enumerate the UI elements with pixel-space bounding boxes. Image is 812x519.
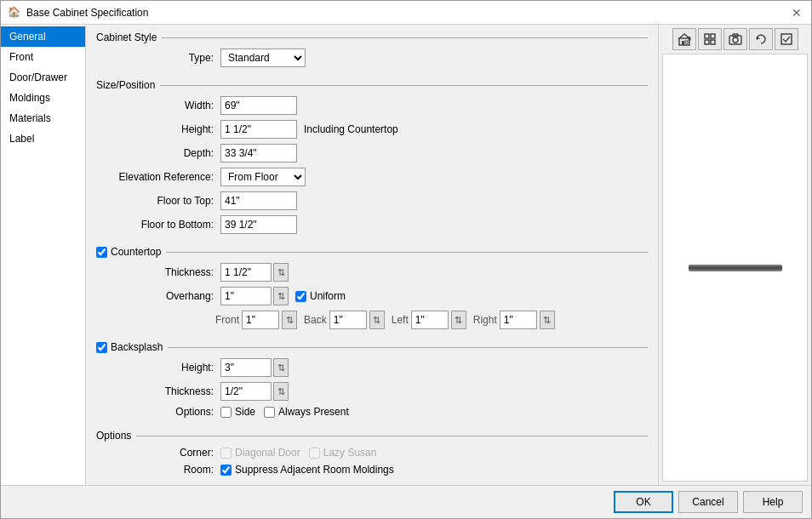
ct-right-label: Right xyxy=(473,314,497,326)
diagonal-door-toggle[interactable]: Diagonal Door xyxy=(220,447,300,459)
sidebar-item-general[interactable]: General xyxy=(1,26,85,47)
lazy-susan-toggle[interactable]: Lazy Susan xyxy=(309,447,377,459)
ct-front-group: Front ⇅ xyxy=(215,311,297,329)
window-icon: 🏠 xyxy=(8,6,21,20)
ct-back-input[interactable] xyxy=(329,311,367,329)
ct-front-input[interactable] xyxy=(242,311,279,329)
countertop-checkbox[interactable] xyxy=(96,247,107,258)
ct-front-label: Front xyxy=(215,314,239,326)
bs-always-present-toggle[interactable]: Always Present xyxy=(264,406,349,418)
suppress-checkbox[interactable] xyxy=(220,465,232,476)
ct-front-spin[interactable]: ⇅ xyxy=(282,311,297,329)
bs-height-label: Height: xyxy=(110,362,220,374)
countertop-title: Countertop xyxy=(96,246,648,258)
help-button[interactable]: Help xyxy=(743,491,803,513)
bs-thickness-row: Thickness: ⇅ xyxy=(96,382,648,401)
height-label: Height: xyxy=(110,123,220,135)
room-row: Room: Suppress Adjacent Room Moldings xyxy=(96,464,648,476)
ct-left-input[interactable] xyxy=(411,311,449,329)
backsplash-checkbox[interactable] xyxy=(96,342,107,353)
suppress-toggle[interactable]: Suppress Adjacent Room Moldings xyxy=(220,464,394,476)
ct-overhang-spin[interactable]: ⇅ xyxy=(273,287,289,305)
diagonal-door-checkbox[interactable] xyxy=(220,448,232,459)
preview-btn-rotate[interactable] xyxy=(749,28,773,50)
ct-right-input[interactable] xyxy=(500,311,537,329)
ct-back-label: Back xyxy=(304,314,327,326)
cabinet-style-title: Cabinet Style xyxy=(96,31,648,43)
cabinet-preview-image xyxy=(689,265,782,271)
titlebar: 🏠 Base Cabinet Specification ✕ xyxy=(1,1,811,25)
preview-btn-home[interactable] xyxy=(672,28,696,50)
elev-ref-select[interactable]: From Floor From Ceiling xyxy=(220,168,306,186)
type-label: Type: xyxy=(110,52,220,64)
svg-rect-2 xyxy=(685,41,688,43)
bs-always-present-checkbox[interactable] xyxy=(264,407,275,418)
svg-rect-5 xyxy=(705,34,709,38)
ct-uniform-toggle[interactable]: Uniform xyxy=(295,290,346,302)
depth-input[interactable] xyxy=(220,144,297,163)
content-area: General Front Door/Drawer Moldings Mater… xyxy=(1,25,811,485)
preview-btn-check[interactable] xyxy=(775,28,798,50)
backsplash-toggle[interactable]: Backsplash xyxy=(96,341,163,353)
width-row: Width: xyxy=(96,96,648,115)
bs-options-label: Options: xyxy=(110,406,220,418)
ct-left-group: Left ⇅ xyxy=(392,311,466,329)
ok-button[interactable]: OK xyxy=(614,491,673,513)
type-select[interactable]: Standard xyxy=(220,48,306,67)
preview-btn-camera[interactable] xyxy=(723,28,747,50)
sidebar-item-door-drawer[interactable]: Door/Drawer xyxy=(1,67,85,88)
countertop-section: Countertop Thickness: ⇅ Overhang: ⇅ xyxy=(96,246,648,334)
bs-thickness-input[interactable] xyxy=(220,382,272,401)
depth-row: Depth: xyxy=(96,144,648,163)
bs-thickness-spin[interactable]: ⇅ xyxy=(273,382,289,401)
corner-options-group: Diagonal Door Lazy Susan xyxy=(220,447,376,459)
lazy-susan-checkbox[interactable] xyxy=(309,448,320,459)
height-input[interactable] xyxy=(220,120,297,139)
bs-height-field: ⇅ xyxy=(220,358,289,377)
height-row: Height: Including Countertop xyxy=(96,120,648,139)
svg-marker-12 xyxy=(757,37,760,40)
svg-rect-4 xyxy=(687,37,690,37)
options-section: Options Corner: Diagonal Door Lazy Susan xyxy=(96,430,648,481)
height-note: Including Countertop xyxy=(304,123,398,135)
sidebar-item-materials[interactable]: Materials xyxy=(1,108,85,128)
floor-bottom-input[interactable] xyxy=(220,215,297,234)
svg-rect-7 xyxy=(705,40,709,44)
ct-thickness-input[interactable] xyxy=(220,263,272,282)
preview-btn-fit[interactable] xyxy=(698,28,722,50)
window-title: Base Cabinet Specification xyxy=(26,7,784,19)
bs-options-group: Side Always Present xyxy=(220,406,349,418)
bs-height-spin[interactable]: ⇅ xyxy=(273,358,289,377)
ct-left-spin[interactable]: ⇅ xyxy=(451,311,466,329)
sidebar: General Front Door/Drawer Moldings Mater… xyxy=(1,25,86,485)
size-position-section: Size/Position Width: Height: Including C… xyxy=(96,79,648,239)
ct-uniform-checkbox[interactable] xyxy=(295,291,306,302)
bs-options-row: Options: Side Always Present xyxy=(96,406,648,418)
floor-bottom-label: Floor to Bottom: xyxy=(110,219,220,231)
floor-top-row: Floor to Top: xyxy=(96,191,648,210)
countertop-toggle[interactable]: Countertop xyxy=(96,246,161,258)
bs-height-row: Height: ⇅ xyxy=(96,358,648,377)
sidebar-item-front[interactable]: Front xyxy=(1,47,85,67)
ct-overhang-input[interactable] xyxy=(220,287,272,305)
width-input[interactable] xyxy=(220,96,297,115)
ct-back-spin[interactable]: ⇅ xyxy=(369,311,385,329)
sidebar-item-label[interactable]: Label xyxy=(1,128,85,149)
backsplash-title: Backsplash xyxy=(96,341,648,353)
section-divider3 xyxy=(166,252,648,253)
bs-side-toggle[interactable]: Side xyxy=(220,406,255,418)
ct-right-spin[interactable]: ⇅ xyxy=(540,311,555,329)
ct-sides-row: Front ⇅ Back ⇅ Left ⇅ R xyxy=(96,311,648,329)
options-title: Options xyxy=(96,430,648,442)
ct-thickness-spin[interactable]: ⇅ xyxy=(273,263,289,282)
ct-overhang-row: Overhang: ⇅ Uniform xyxy=(96,287,648,305)
cancel-button[interactable]: Cancel xyxy=(678,491,738,513)
ct-thickness-field: ⇅ xyxy=(220,263,289,282)
room-label: Room: xyxy=(110,464,220,476)
bs-height-input[interactable] xyxy=(220,358,272,377)
floor-top-input[interactable] xyxy=(220,191,297,210)
close-button[interactable]: ✕ xyxy=(789,5,804,20)
bs-side-checkbox[interactable] xyxy=(220,407,232,418)
svg-rect-8 xyxy=(711,40,715,44)
sidebar-item-moldings[interactable]: Moldings xyxy=(1,88,85,108)
